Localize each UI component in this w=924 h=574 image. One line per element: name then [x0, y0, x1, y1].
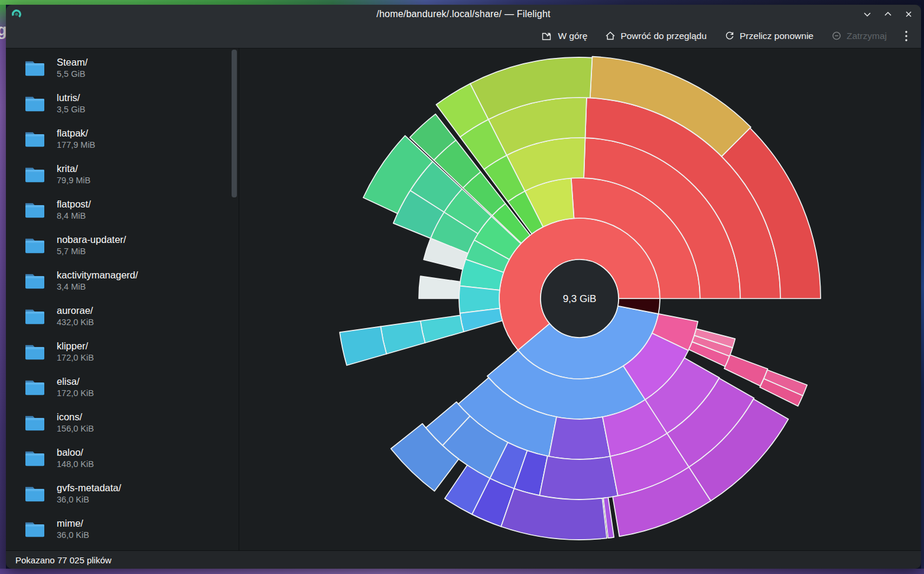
sidebar-folder-item[interactable]: Steam/5,5 GiB	[6, 50, 239, 86]
folder-icon	[24, 413, 46, 432]
statusbar: Pokazano 77 025 plików	[6, 550, 921, 569]
folder-icon	[24, 449, 46, 468]
toolbar-button-label: Zatrzymaj	[847, 31, 887, 41]
home-icon	[605, 31, 616, 41]
chart-area: 9,3 GiB	[239, 48, 921, 550]
sidebar-folder-item[interactable]: flatpak/177,9 MiB	[6, 121, 239, 157]
desktop-wallpaper-right	[921, 5, 924, 569]
window-title: /home/bandurek/.local/share/ — Filelight	[6, 9, 921, 20]
stop-icon	[831, 31, 842, 41]
sidebar-folder-item[interactable]: gvfs-metadata/36,0 KiB	[6, 476, 239, 511]
folder-icon	[24, 236, 46, 255]
sidebar-folder-item[interactable]: baloo/148,0 KiB	[6, 440, 239, 476]
folder-name: nobara-updater/	[57, 234, 126, 247]
filelight-app-icon	[11, 9, 22, 20]
folder-size: 36,0 KiB	[57, 530, 89, 541]
folder-size: 5,7 MiB	[57, 246, 126, 257]
folder-icon	[24, 129, 46, 148]
folder-name: baloo/	[57, 446, 94, 459]
sidebar-folder-item[interactable]: aurorae/432,0 KiB	[6, 299, 239, 334]
folder-size: 36,0 KiB	[57, 494, 121, 505]
folder-size: 172,0 KiB	[57, 352, 94, 364]
folder-icon	[24, 520, 46, 539]
folder-size: 148,0 KiB	[57, 459, 94, 470]
folder-name: lutris/	[57, 92, 85, 105]
chart-segment[interactable]	[380, 321, 425, 354]
return-overview-button[interactable]: Powróć do przeglądu	[599, 27, 712, 45]
folder-icon	[24, 342, 46, 361]
folder-size: 3,4 MiB	[57, 281, 138, 293]
folder-size: 8,4 MiB	[57, 210, 91, 222]
titlebar[interactable]: /home/bandurek/.local/share/ — Filelight	[6, 5, 921, 24]
kebab-menu-icon	[905, 30, 908, 42]
folder-up-icon	[542, 31, 553, 41]
sidebar-folder-item[interactable]: krita/79,9 MiB	[6, 157, 239, 192]
chart-total-size-label: 9,3 GiB	[563, 293, 597, 304]
stop-button[interactable]: Zatrzymaj	[825, 27, 893, 45]
rescan-button[interactable]: Przelicz ponownie	[718, 27, 819, 45]
toolbar-button-label: W górę	[558, 31, 587, 41]
folder-size: 79,9 MiB	[57, 175, 90, 186]
desktop-wallpaper-bottom	[0, 569, 924, 574]
sidebar-folder-item[interactable]: kactivitymanagerd/3,4 MiB	[6, 263, 239, 299]
folder-name: gvfs-metadata/	[57, 482, 121, 495]
hamburger-menu-button[interactable]	[901, 27, 912, 46]
desktop-wallpaper-left: g	[0, 5, 6, 569]
toolbar: W góręPowróć do przegląduPrzelicz ponown…	[6, 24, 921, 48]
status-text: Pokazano 77 025 plików	[15, 555, 112, 565]
chart-segment[interactable]	[724, 355, 768, 386]
chart-segment[interactable]	[539, 456, 618, 500]
refresh-icon	[724, 31, 735, 41]
sidebar-folder-item[interactable]: icons/156,0 KiB	[6, 405, 239, 440]
folder-icon	[24, 271, 46, 290]
sidebar-folder-item[interactable]: nobara-updater/5,7 MiB	[6, 228, 239, 263]
folder-name: elisa/	[57, 375, 94, 388]
minimize-button[interactable]	[863, 10, 871, 18]
maximize-button[interactable]	[884, 10, 892, 18]
chart-segment[interactable]	[549, 417, 610, 459]
sunburst-chart[interactable]: 9,3 GiB	[239, 48, 921, 550]
sidebar-folder-item[interactable]: lutris/3,5 GiB	[6, 86, 239, 121]
folder-name: klipper/	[57, 340, 94, 353]
folder-name: flatpak/	[57, 127, 95, 140]
sidebar-scrollbar-thumb[interactable]	[232, 50, 237, 197]
folder-size: 172,0 KiB	[57, 388, 94, 399]
sidebar-folder-item[interactable]: klipper/172,0 KiB	[6, 334, 239, 369]
sidebar-folder-item[interactable]: elisa/172,0 KiB	[6, 369, 239, 405]
folder-name: flatpost/	[57, 198, 91, 211]
folder-icon	[24, 307, 46, 326]
folder-name: mime/	[57, 517, 89, 530]
folder-list-sidebar: Steam/5,5 GiBlutris/3,5 GiBflatpak/177,9…	[6, 48, 239, 550]
sidebar-folder-item[interactable]: mime/36,0 KiB	[6, 511, 239, 547]
folder-name: kactivitymanagerd/	[57, 269, 138, 282]
chart-segment[interactable]	[419, 276, 460, 299]
folder-icon	[24, 94, 46, 113]
folder-size: 177,9 MiB	[57, 140, 95, 151]
go-up-button[interactable]: W górę	[536, 27, 593, 45]
folder-name: aurorae/	[57, 304, 94, 317]
toolbar-button-label: Przelicz ponownie	[740, 31, 814, 41]
desktop-wallpaper-top	[0, 0, 924, 5]
folder-name: Steam/	[57, 56, 87, 69]
filelight-window: /home/bandurek/.local/share/ — Filelight…	[6, 5, 921, 569]
folder-icon	[24, 165, 46, 184]
folder-size: 432,0 KiB	[57, 317, 94, 328]
folder-icon	[24, 484, 46, 503]
folder-size: 5,5 GiB	[57, 69, 87, 80]
chart-segment[interactable]	[421, 315, 464, 343]
close-button[interactable]	[905, 10, 913, 18]
folder-name: krita/	[57, 163, 90, 176]
folder-size: 3,5 GiB	[57, 104, 85, 115]
folder-icon	[24, 200, 46, 219]
toolbar-button-label: Powróć do przeglądu	[620, 31, 707, 41]
chart-segment[interactable]	[340, 326, 386, 365]
folder-icon	[24, 59, 46, 77]
sidebar-folder-item[interactable]: flatpost/8,4 MiB	[6, 192, 239, 228]
folder-size: 156,0 KiB	[57, 423, 94, 434]
folder-name: icons/	[57, 411, 94, 424]
desktop-overflow-text: g	[0, 21, 6, 40]
folder-icon	[24, 378, 46, 397]
